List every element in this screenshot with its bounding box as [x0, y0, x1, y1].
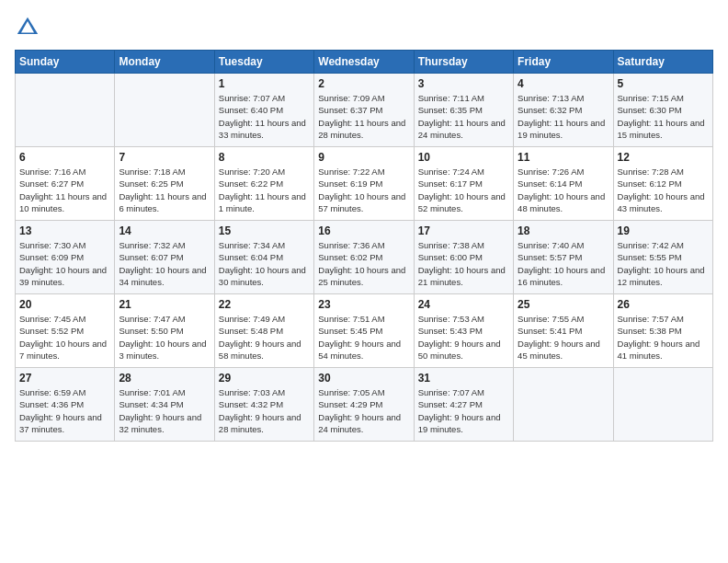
day-info: Sunrise: 7:24 AMSunset: 6:17 PMDaylight:…: [418, 166, 509, 214]
day-number: 27: [19, 372, 110, 385]
calendar-week-4: 20Sunrise: 7:45 AMSunset: 5:52 PMDayligh…: [16, 294, 713, 368]
page-header: [15, 15, 713, 40]
calendar-week-2: 6Sunrise: 7:16 AMSunset: 6:27 PMDaylight…: [16, 147, 713, 221]
day-number: 24: [418, 298, 509, 311]
day-info: Sunrise: 7:07 AMSunset: 4:27 PMDaylight:…: [418, 386, 509, 435]
calendar-cell: 30Sunrise: 7:05 AMSunset: 4:29 PMDayligh…: [314, 368, 414, 442]
day-info: Sunrise: 7:13 AMSunset: 6:32 PMDaylight:…: [518, 92, 609, 141]
calendar-cell: 11Sunrise: 7:26 AMSunset: 6:14 PMDayligh…: [514, 147, 613, 221]
day-number: 19: [618, 224, 709, 237]
day-number: 13: [19, 224, 110, 237]
logo-icon: [15, 15, 40, 40]
day-number: 30: [318, 372, 409, 385]
calendar-cell: 22Sunrise: 7:49 AMSunset: 5:48 PMDayligh…: [214, 294, 313, 368]
day-info: Sunrise: 7:40 AMSunset: 5:57 PMDaylight:…: [518, 239, 609, 288]
calendar-cell: 7Sunrise: 7:18 AMSunset: 6:25 PMDaylight…: [115, 147, 214, 221]
day-number: 28: [119, 372, 210, 385]
day-info: Sunrise: 7:18 AMSunset: 6:25 PMDaylight:…: [119, 166, 210, 214]
day-info: Sunrise: 7:05 AMSunset: 4:29 PMDaylight:…: [318, 386, 409, 435]
calendar-cell: 20Sunrise: 7:45 AMSunset: 5:52 PMDayligh…: [16, 294, 115, 368]
day-info: Sunrise: 7:34 AMSunset: 6:04 PMDaylight:…: [219, 239, 310, 288]
day-number: 10: [418, 151, 509, 164]
day-number: 20: [19, 298, 110, 311]
day-info: Sunrise: 7:07 AMSunset: 6:40 PMDaylight:…: [219, 92, 310, 141]
day-header-saturday: Saturday: [613, 51, 712, 74]
day-info: Sunrise: 7:45 AMSunset: 5:52 PMDaylight:…: [19, 313, 110, 362]
day-info: Sunrise: 7:51 AMSunset: 5:45 PMDaylight:…: [318, 313, 409, 362]
day-number: 26: [618, 298, 709, 311]
day-number: 15: [219, 224, 310, 237]
calendar-cell: 18Sunrise: 7:40 AMSunset: 5:57 PMDayligh…: [514, 221, 613, 294]
calendar-cell: 25Sunrise: 7:55 AMSunset: 5:41 PMDayligh…: [514, 294, 613, 368]
calendar-cell: 8Sunrise: 7:20 AMSunset: 6:22 PMDaylight…: [214, 147, 313, 221]
day-number: 9: [318, 151, 409, 164]
calendar-cell: 15Sunrise: 7:34 AMSunset: 6:04 PMDayligh…: [214, 221, 313, 294]
day-info: Sunrise: 7:16 AMSunset: 6:27 PMDaylight:…: [19, 166, 110, 214]
calendar-week-1: 1Sunrise: 7:07 AMSunset: 6:40 PMDaylight…: [16, 74, 713, 147]
calendar-cell: 21Sunrise: 7:47 AMSunset: 5:50 PMDayligh…: [115, 294, 214, 368]
day-header-sunday: Sunday: [16, 51, 115, 74]
day-number: 23: [318, 298, 409, 311]
day-info: Sunrise: 7:20 AMSunset: 6:22 PMDaylight:…: [219, 166, 310, 214]
day-info: Sunrise: 7:32 AMSunset: 6:07 PMDaylight:…: [119, 239, 210, 288]
day-number: 2: [318, 77, 409, 90]
day-header-wednesday: Wednesday: [314, 51, 414, 74]
calendar-cell: 24Sunrise: 7:53 AMSunset: 5:43 PMDayligh…: [414, 294, 513, 368]
calendar-cell: 5Sunrise: 7:15 AMSunset: 6:30 PMDaylight…: [613, 74, 712, 147]
calendar-table: SundayMondayTuesdayWednesdayThursdayFrid…: [15, 50, 713, 442]
day-info: Sunrise: 7:22 AMSunset: 6:19 PMDaylight:…: [318, 166, 409, 214]
day-number: 17: [418, 224, 509, 237]
day-number: 6: [19, 151, 110, 164]
calendar-cell: 9Sunrise: 7:22 AMSunset: 6:19 PMDaylight…: [314, 147, 414, 221]
calendar-cell: 4Sunrise: 7:13 AMSunset: 6:32 PMDaylight…: [514, 74, 613, 147]
day-number: 25: [518, 298, 609, 311]
day-info: Sunrise: 7:28 AMSunset: 6:12 PMDaylight:…: [618, 166, 709, 214]
day-number: 8: [219, 151, 310, 164]
day-info: Sunrise: 7:57 AMSunset: 5:38 PMDaylight:…: [618, 313, 709, 362]
day-info: Sunrise: 7:42 AMSunset: 5:55 PMDaylight:…: [618, 239, 709, 288]
calendar-cell: [514, 368, 613, 442]
day-header-friday: Friday: [514, 51, 613, 74]
day-info: Sunrise: 7:47 AMSunset: 5:50 PMDaylight:…: [119, 313, 210, 362]
day-number: 16: [318, 224, 409, 237]
header-row: SundayMondayTuesdayWednesdayThursdayFrid…: [16, 51, 713, 74]
calendar-week-5: 27Sunrise: 6:59 AMSunset: 4:36 PMDayligh…: [16, 368, 713, 442]
day-header-monday: Monday: [115, 51, 214, 74]
calendar-cell: 26Sunrise: 7:57 AMSunset: 5:38 PMDayligh…: [613, 294, 712, 368]
day-info: Sunrise: 7:38 AMSunset: 6:00 PMDaylight:…: [418, 239, 509, 288]
calendar-cell: [115, 74, 214, 147]
calendar-cell: 31Sunrise: 7:07 AMSunset: 4:27 PMDayligh…: [414, 368, 513, 442]
calendar-cell: 17Sunrise: 7:38 AMSunset: 6:00 PMDayligh…: [414, 221, 513, 294]
day-number: 4: [518, 77, 609, 90]
calendar-cell: 3Sunrise: 7:11 AMSunset: 6:35 PMDaylight…: [414, 74, 513, 147]
day-number: 14: [119, 224, 210, 237]
day-info: Sunrise: 7:26 AMSunset: 6:14 PMDaylight:…: [518, 166, 609, 214]
calendar-cell: 12Sunrise: 7:28 AMSunset: 6:12 PMDayligh…: [613, 147, 712, 221]
day-number: 7: [119, 151, 210, 164]
calendar-cell: 10Sunrise: 7:24 AMSunset: 6:17 PMDayligh…: [414, 147, 513, 221]
day-info: Sunrise: 7:53 AMSunset: 5:43 PMDaylight:…: [418, 313, 509, 362]
calendar-cell: 23Sunrise: 7:51 AMSunset: 5:45 PMDayligh…: [314, 294, 414, 368]
logo: [15, 15, 44, 40]
day-info: Sunrise: 7:49 AMSunset: 5:48 PMDaylight:…: [219, 313, 310, 362]
day-info: Sunrise: 7:01 AMSunset: 4:34 PMDaylight:…: [119, 386, 210, 435]
calendar-cell: 6Sunrise: 7:16 AMSunset: 6:27 PMDaylight…: [16, 147, 115, 221]
calendar-week-3: 13Sunrise: 7:30 AMSunset: 6:09 PMDayligh…: [16, 221, 713, 294]
calendar-cell: [613, 368, 712, 442]
day-number: 18: [518, 224, 609, 237]
calendar-cell: 19Sunrise: 7:42 AMSunset: 5:55 PMDayligh…: [613, 221, 712, 294]
day-header-thursday: Thursday: [414, 51, 513, 74]
calendar-cell: 2Sunrise: 7:09 AMSunset: 6:37 PMDaylight…: [314, 74, 414, 147]
day-info: Sunrise: 7:03 AMSunset: 4:32 PMDaylight:…: [219, 386, 310, 435]
calendar-cell: 28Sunrise: 7:01 AMSunset: 4:34 PMDayligh…: [115, 368, 214, 442]
day-info: Sunrise: 7:30 AMSunset: 6:09 PMDaylight:…: [19, 239, 110, 288]
calendar-cell: [16, 74, 115, 147]
day-number: 31: [418, 372, 509, 385]
calendar-cell: 16Sunrise: 7:36 AMSunset: 6:02 PMDayligh…: [314, 221, 414, 294]
day-number: 11: [518, 151, 609, 164]
calendar-cell: 27Sunrise: 6:59 AMSunset: 4:36 PMDayligh…: [16, 368, 115, 442]
day-info: Sunrise: 7:15 AMSunset: 6:30 PMDaylight:…: [618, 92, 709, 141]
day-info: Sunrise: 7:11 AMSunset: 6:35 PMDaylight:…: [418, 92, 509, 141]
day-number: 29: [219, 372, 310, 385]
day-info: Sunrise: 7:09 AMSunset: 6:37 PMDaylight:…: [318, 92, 409, 141]
